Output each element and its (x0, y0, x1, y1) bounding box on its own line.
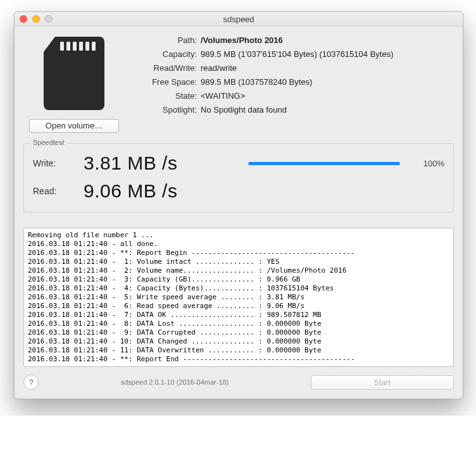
svg-rect-3 (79, 42, 83, 51)
svg-rect-4 (85, 42, 89, 51)
freespace-label: Free Space: (136, 77, 197, 87)
app-window: sdspeed Ope (14, 11, 463, 399)
write-label: Write: (33, 158, 84, 168)
log-output[interactable]: Removing old file number 1 ... 2016.03.1… (23, 228, 454, 367)
minimize-icon[interactable] (32, 15, 40, 23)
read-label: Read: (33, 186, 84, 196)
progress-bar-fill (248, 162, 400, 165)
write-speed-value: 3.81 MB /s (84, 152, 248, 174)
zoom-icon[interactable] (45, 15, 53, 23)
svg-rect-0 (60, 42, 64, 51)
spotlight-value: No Spotlight data found (201, 105, 454, 115)
help-button[interactable]: ? (23, 375, 39, 390)
freespace-value: 989.5 MB (1037578240 Bytes) (201, 77, 454, 87)
capacity-value: 989.5 MB (1'037'615'104 Bytes) (10376151… (201, 49, 454, 59)
state-label: State: (136, 91, 197, 101)
svg-rect-1 (66, 42, 70, 51)
capacity-label: Capacity: (136, 49, 197, 59)
progress-bar (248, 162, 400, 165)
sd-card-icon (34, 33, 115, 114)
window-title: sdspeed (15, 15, 463, 24)
volume-info: Path: /Volumes/Photo 2016 Capacity: 989.… (136, 33, 454, 133)
titlebar[interactable]: sdspeed (15, 12, 463, 27)
spotlight-label: Spotlight: (136, 105, 197, 115)
version-label: sdspeed 2.0.1-10 (2016-04mar-18) (46, 378, 303, 386)
window-controls (20, 15, 53, 23)
open-volume-button[interactable]: Open volume… (29, 119, 119, 133)
start-button[interactable]: Start (311, 375, 454, 390)
speedtest-legend: Speedtest (30, 139, 67, 146)
path-label: Path: (136, 35, 197, 45)
read-speed-value: 9.06 MB /s (84, 180, 248, 202)
readwrite-label: Read/Write: (136, 63, 197, 73)
close-icon[interactable] (20, 15, 27, 23)
readwrite-value: read/write (201, 63, 454, 73)
state-value: <WAITING> (201, 91, 454, 101)
svg-rect-2 (73, 42, 77, 51)
speedtest-group: Speedtest Write: 3.81 MB /s 100% Read: 9… (23, 143, 454, 213)
path-value: /Volumes/Photo 2016 (201, 35, 454, 45)
progress-percent: 100% (406, 159, 444, 168)
svg-rect-5 (92, 42, 96, 51)
